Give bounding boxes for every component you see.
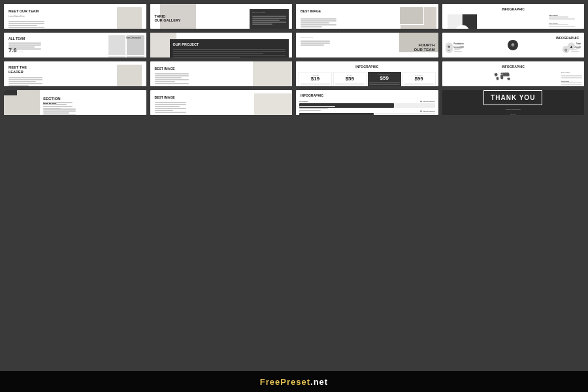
divider bbox=[301, 83, 330, 84]
continent-south-america bbox=[496, 77, 498, 80]
slide13-bottom-text bbox=[43, 102, 73, 110]
divider bbox=[335, 83, 365, 84]
slide-best-image-3: BEST IMAGE bbox=[150, 90, 293, 115]
slide1-text-lines bbox=[8, 21, 44, 29]
icon-circle: ⊕ bbox=[446, 42, 453, 50]
text-line bbox=[549, 26, 575, 27]
thank-you-sub2: template bbox=[510, 114, 515, 115]
icon-circle: ▲ bbox=[568, 42, 575, 50]
slide-gallery: Section Three THRID OUR GALLERY bbox=[150, 4, 293, 29]
text-line bbox=[301, 22, 329, 24]
slide6-text-lines bbox=[173, 49, 286, 57]
text-line bbox=[155, 79, 189, 80]
text-line bbox=[155, 75, 189, 76]
text-line bbox=[155, 83, 189, 84]
text-line bbox=[155, 106, 180, 107]
slide-fourth-team: Section Four FOURTH OUR TEAM bbox=[296, 33, 438, 57]
watermark-bar: FreePreset.net bbox=[0, 371, 588, 392]
text-line bbox=[155, 108, 186, 109]
slide8-title: INFOGRAPHIC bbox=[556, 36, 579, 40]
text-line bbox=[43, 106, 73, 107]
slide2-section-label: Section Three bbox=[252, 12, 286, 14]
icon-item-4: ▲ Team bbox=[568, 42, 581, 50]
rating-label: SCORE bbox=[18, 51, 24, 53]
bar-track bbox=[299, 113, 435, 115]
slide12-title: INFOGRAPHIC bbox=[502, 65, 525, 69]
text-line bbox=[301, 44, 324, 46]
text-line bbox=[8, 85, 29, 86]
slide2-dark-box: Section Three bbox=[250, 9, 289, 29]
rating-number: 7.6 bbox=[8, 48, 17, 54]
plan-starter: Starter $19 bbox=[299, 72, 332, 86]
slide5-title: ALL TEAM bbox=[8, 37, 25, 41]
slide12-legend: EAST POINT Description Description bbox=[561, 72, 582, 86]
slide-best-image-2: BEST IMAGE bbox=[150, 61, 293, 86]
slide3-overlap-image bbox=[399, 7, 424, 25]
plan-professional: Professional $59 bbox=[368, 72, 401, 86]
slide4-legend: Description Description Description bbox=[549, 14, 581, 29]
text-line bbox=[155, 73, 189, 74]
text-line bbox=[335, 84, 365, 86]
image-rect bbox=[117, 65, 142, 86]
text-line bbox=[8, 27, 44, 28]
slide1-images bbox=[117, 7, 144, 29]
text-line bbox=[454, 46, 460, 47]
plan-basic: Basic $59 bbox=[333, 72, 367, 86]
text-line bbox=[43, 104, 67, 105]
slide-infographic-icons: INFOGRAPHIC ⊕ ⌂ Description bbox=[442, 33, 585, 57]
slide14-title: BEST IMAGE bbox=[155, 95, 175, 99]
slide14-main-image bbox=[254, 93, 292, 115]
text-line bbox=[173, 57, 241, 57]
slide9-images bbox=[117, 65, 144, 86]
text-line bbox=[301, 18, 336, 20]
slide1-subtitle: Lorem Name Here bbox=[8, 15, 39, 18]
slide-best-image: BEST IMAGE bbox=[296, 4, 438, 29]
slide-infographic-pie: INFOGRAPHIC Description bbox=[442, 4, 585, 29]
text-line bbox=[299, 110, 321, 111]
text-line bbox=[8, 77, 42, 78]
text-line bbox=[43, 108, 61, 109]
text-line bbox=[173, 53, 263, 54]
text-line bbox=[8, 83, 42, 84]
image-rect bbox=[108, 56, 126, 58]
watermark-ext: .net bbox=[310, 377, 328, 387]
slide7-text bbox=[301, 41, 330, 46]
text-line bbox=[43, 110, 76, 112]
text-line bbox=[299, 108, 328, 109]
center-symbol: ⊕ bbox=[511, 42, 515, 48]
slide-section-break: SECTION BREAK bbox=[4, 90, 146, 115]
icon-label: Foundation bbox=[454, 42, 464, 45]
text-line bbox=[155, 112, 186, 113]
slide9-title: MEET THE LEADER bbox=[8, 65, 27, 74]
slide13-dark-tag bbox=[4, 90, 17, 95]
slide6-dark-box: OUR PROJECT bbox=[170, 39, 289, 57]
image-rect bbox=[127, 56, 144, 58]
watermark-brand: FreePreset bbox=[260, 377, 310, 387]
legend-item-1: EAST POINT bbox=[561, 72, 582, 73]
text-line bbox=[561, 82, 582, 84]
text-line bbox=[301, 42, 330, 44]
text-line bbox=[8, 79, 42, 80]
text-line bbox=[8, 44, 41, 46]
slide15-bottom-text bbox=[299, 106, 335, 112]
slide6-title: OUR PROJECT bbox=[173, 42, 286, 47]
continent-africa bbox=[500, 74, 503, 79]
text-line bbox=[301, 84, 330, 86]
slide7-big-title: FOURTH OUR TEAM bbox=[414, 43, 435, 52]
slide4-title: INFOGRAPHIC bbox=[502, 7, 525, 11]
text-line bbox=[561, 75, 582, 76]
text-line bbox=[299, 106, 335, 107]
slide12-map-container bbox=[445, 72, 561, 83]
text-line bbox=[561, 84, 582, 86]
slide4-pie bbox=[448, 14, 477, 29]
slide3-title: BEST IMAGE bbox=[301, 9, 321, 13]
legend-item-2: Description bbox=[561, 80, 582, 82]
text-line bbox=[252, 18, 286, 19]
text-line bbox=[454, 51, 462, 52]
bar-fill bbox=[299, 113, 374, 115]
slide2-title-block: THRID OUR GALLERY bbox=[155, 14, 181, 22]
plan-price: $19 bbox=[311, 76, 319, 82]
slide3-text bbox=[301, 18, 336, 28]
continent-asia bbox=[502, 73, 509, 76]
text-line bbox=[252, 22, 286, 23]
